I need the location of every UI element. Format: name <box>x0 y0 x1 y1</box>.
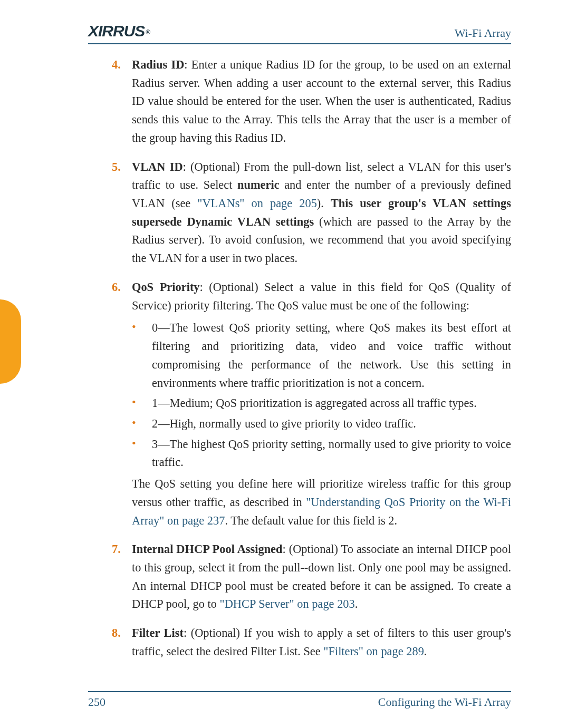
item-body: Radius ID: Enter a unique Radius ID for … <box>132 56 511 148</box>
item-text: : Enter a unique Radius ID for the group… <box>132 58 511 144</box>
page-footer: 250 Configuring the Wi-Fi Array <box>88 691 511 709</box>
item-number: 6. <box>112 278 132 530</box>
product-name: Wi-Fi Array <box>455 26 511 40</box>
item-title: VLAN ID <box>132 160 183 173</box>
item-number: 7. <box>112 540 132 614</box>
item-title: Filter List <box>132 626 184 639</box>
text: . The default value for this field is 2. <box>225 514 397 527</box>
item-body: QoS Priority: (Optional) Select a value … <box>132 278 511 530</box>
link-dhcp[interactable]: "DHCP Server" on page 203 <box>220 597 355 610</box>
bullet-text: 2—High, normally used to give priority t… <box>152 415 511 433</box>
item-body: Internal DHCP Pool Assigned: (Optional) … <box>132 540 511 614</box>
list-item-6: 6. QoS Priority: (Optional) Select a val… <box>112 278 511 530</box>
item-note: The QoS setting you define here will pri… <box>132 475 511 530</box>
item-body: Filter List: (Optional) If you wish to a… <box>132 624 511 661</box>
text-bold: numeric <box>237 178 280 191</box>
page-header: XIRRUS® Wi-Fi Array <box>88 20 511 44</box>
bullet-text: 0—The lowest QoS priority setting, where… <box>152 319 511 392</box>
bullet-icon: • <box>132 435 152 472</box>
item-title: QoS Priority <box>132 280 200 294</box>
link-vlans[interactable]: "VLANs" on page 205 <box>197 197 317 210</box>
bullet-text: 3—The highest QoS priority setting, norm… <box>152 435 511 472</box>
text: . <box>355 597 358 610</box>
item-body: VLAN ID: (Optional) From the pull-down l… <box>132 158 511 268</box>
list-item-7: 7. Internal DHCP Pool Assigned: (Optiona… <box>112 540 511 614</box>
item-number: 5. <box>112 158 132 268</box>
bullet-icon: • <box>132 319 152 392</box>
bullet-item: • 2—High, normally used to give priority… <box>132 415 511 433</box>
text: . <box>424 645 427 658</box>
bullet-item: • 3—The highest QoS priority setting, no… <box>132 435 511 472</box>
list-item-8: 8. Filter List: (Optional) If you wish t… <box>112 624 511 661</box>
bullet-item: • 0—The lowest QoS priority setting, whe… <box>132 319 511 392</box>
bullet-list: • 0—The lowest QoS priority setting, whe… <box>132 319 511 472</box>
list-item-5: 5. VLAN ID: (Optional) From the pull-dow… <box>112 158 511 268</box>
item-number: 4. <box>112 56 132 148</box>
side-tab <box>0 299 21 384</box>
section-title: Configuring the Wi-Fi Array <box>378 695 511 709</box>
item-title: Internal DHCP Pool Assigned <box>132 542 283 556</box>
page-number: 250 <box>88 695 105 709</box>
logo: XIRRUS® <box>88 22 149 40</box>
bullet-text: 1—Medium; QoS prioritization is aggregat… <box>152 394 511 413</box>
bullet-icon: • <box>132 394 152 413</box>
text: ). <box>317 197 331 210</box>
page-content: 4. Radius ID: Enter a unique Radius ID f… <box>112 56 511 672</box>
text: : (Optional) If you wish to apply a set … <box>132 626 511 658</box>
logo-text: XIRRUS <box>88 22 145 40</box>
item-title: Radius ID <box>132 58 184 71</box>
list-item-4: 4. Radius ID: Enter a unique Radius ID f… <box>112 56 511 148</box>
bullet-item: • 1—Medium; QoS prioritization is aggreg… <box>132 394 511 413</box>
link-filters[interactable]: "Filters" on page 289 <box>323 645 424 658</box>
logo-reg: ® <box>146 28 150 36</box>
bullet-icon: • <box>132 415 152 433</box>
item-number: 8. <box>112 624 132 661</box>
